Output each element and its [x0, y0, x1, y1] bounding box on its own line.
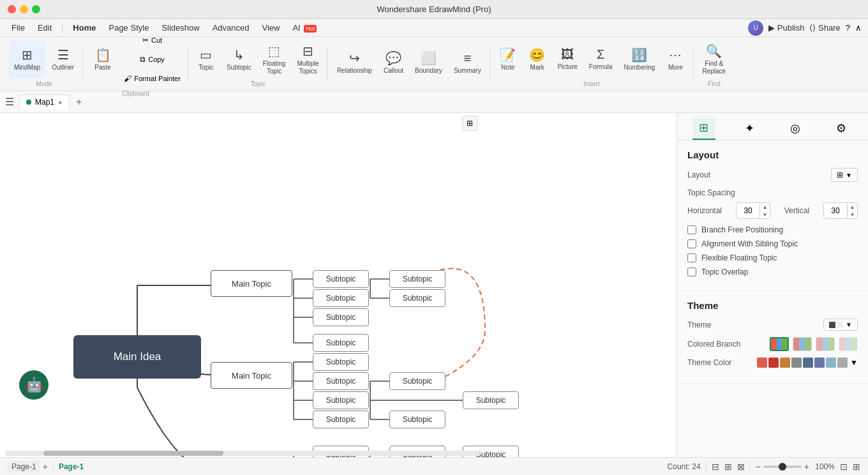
- theme-selector[interactable]: ▼: [823, 319, 858, 331]
- maximize-button[interactable]: [32, 5, 40, 13]
- expand-panel-button[interactable]: ⊞: [462, 116, 477, 131]
- vertical-increment[interactable]: ▲: [847, 203, 857, 211]
- find-replace-button[interactable]: 🔍 Find &Replace: [697, 41, 731, 78]
- zoom-plus-button[interactable]: +: [804, 462, 809, 472]
- window-controls[interactable]: [8, 5, 40, 13]
- vertical-spinbox[interactable]: ▲ ▼: [823, 202, 858, 219]
- active-page-label[interactable]: Page-1: [59, 462, 84, 471]
- theme-color-4[interactable]: [791, 358, 802, 368]
- theme-color-1[interactable]: [757, 358, 767, 368]
- view-toggle-3[interactable]: ⊠: [737, 462, 745, 472]
- overlap-checkbox[interactable]: [687, 268, 696, 276]
- theme-color-8[interactable]: [837, 358, 848, 368]
- b2-sub1[interactable]: Subtopic: [313, 353, 369, 371]
- cb-option-3[interactable]: [816, 337, 835, 351]
- menu-edit[interactable]: Edit: [33, 22, 57, 34]
- vertical-input[interactable]: [824, 205, 847, 216]
- b1-sub1-1[interactable]: Subtopic: [389, 270, 445, 288]
- main-topic-2[interactable]: Main Topic: [211, 362, 292, 389]
- summary-button[interactable]: ≡ Summary: [449, 44, 486, 81]
- canvas-scrollbar-thumb[interactable]: [43, 451, 224, 456]
- help-button[interactable]: ?: [846, 23, 850, 33]
- theme-color-6[interactable]: [814, 358, 825, 368]
- page-add-button[interactable]: +: [43, 462, 48, 472]
- flexible-checkbox[interactable]: [687, 253, 696, 262]
- fullscreen-button[interactable]: ⊞: [853, 462, 860, 472]
- formula-button[interactable]: Σ Formula: [584, 41, 618, 78]
- more-button[interactable]: ⋯ More: [661, 41, 689, 78]
- b2-sub3[interactable]: Subtopic: [313, 391, 369, 409]
- canvas[interactable]: Main Idea Main Topic Subtopic Subtopic S…: [0, 113, 677, 457]
- cb-option-2[interactable]: [793, 337, 812, 351]
- horizontal-input[interactable]: [737, 205, 760, 216]
- layout-selector[interactable]: ⊞ ▼: [831, 168, 858, 182]
- horizontal-spinbox[interactable]: ▲ ▼: [736, 202, 770, 219]
- mindmap-area[interactable]: Main Idea Main Topic Subtopic Subtopic S…: [0, 145, 677, 457]
- tab-add-button[interactable]: +: [72, 95, 86, 109]
- publish-button[interactable]: ▶ Publish: [768, 23, 804, 33]
- b2-sub2-1[interactable]: Subtopic: [389, 372, 445, 390]
- branch-free-checkbox[interactable]: [687, 225, 696, 234]
- main-idea-node[interactable]: Main Idea: [73, 335, 201, 379]
- fit-button[interactable]: ⊡: [840, 462, 848, 472]
- menu-view[interactable]: View: [257, 22, 285, 34]
- page-label-left[interactable]: Page-1: [8, 461, 40, 472]
- theme-color-2[interactable]: [768, 358, 779, 368]
- theme-color-5[interactable]: [803, 358, 813, 368]
- b2-sub4[interactable]: Subtopic: [313, 411, 369, 428]
- panel-tab-ai[interactable]: ✦: [738, 117, 761, 140]
- b1-sub4[interactable]: Subtopic: [313, 334, 369, 352]
- horizontal-decrement[interactable]: ▼: [760, 211, 770, 218]
- b1-sub1[interactable]: Subtopic: [313, 270, 369, 288]
- note-button[interactable]: 📝 Note: [494, 41, 522, 78]
- view-toggle-2[interactable]: ⊞: [724, 462, 732, 472]
- format-painter-button[interactable]: 🖌 Format Painter: [120, 70, 184, 87]
- zoom-slider[interactable]: [763, 465, 802, 468]
- menu-advanced[interactable]: Advanced: [207, 22, 255, 34]
- cb-option-4[interactable]: [839, 337, 858, 351]
- canvas-inner[interactable]: Main Idea Main Topic Subtopic Subtopic S…: [0, 113, 677, 457]
- minimize-button[interactable]: [20, 5, 28, 13]
- theme-color-3[interactable]: [780, 358, 790, 368]
- ai-robot-button[interactable]: 🤖: [19, 370, 49, 400]
- main-topic-1[interactable]: Main Topic: [211, 270, 292, 297]
- b1-sub3[interactable]: Subtopic: [313, 308, 369, 326]
- canvas-scrollbar[interactable]: [5, 451, 480, 456]
- b1-sub2[interactable]: Subtopic: [313, 289, 369, 307]
- theme-color-chevron[interactable]: ▼: [850, 358, 858, 367]
- numbering-button[interactable]: 🔢 Numbering: [618, 41, 660, 78]
- tab-map1[interactable]: Map1 ●: [19, 94, 70, 110]
- close-button[interactable]: [8, 5, 16, 13]
- mark-button[interactable]: 😊 Mark: [523, 41, 551, 78]
- theme-color-7[interactable]: [826, 358, 836, 368]
- callout-button[interactable]: 💬 Callout: [378, 44, 408, 81]
- floating-topic-button[interactable]: ⬚ FloatingTopic: [258, 41, 291, 78]
- alignment-checkbox[interactable]: [687, 239, 696, 248]
- panel-tab-settings[interactable]: ⚙: [830, 117, 853, 140]
- tab-close[interactable]: ●: [58, 98, 63, 106]
- copy-button[interactable]: ⧉ Copy: [120, 50, 184, 68]
- b2-sub2[interactable]: Subtopic: [313, 372, 369, 390]
- share-button[interactable]: ⟨⟩ Share: [809, 23, 840, 33]
- panel-tab-layout[interactable]: ⊞: [692, 117, 715, 140]
- vertical-decrement[interactable]: ▼: [847, 211, 857, 218]
- b2-sub2-2-1[interactable]: Subtopic: [463, 391, 519, 409]
- picture-button[interactable]: 🖼 Picture: [553, 41, 583, 78]
- zoom-minus-button[interactable]: −: [756, 462, 761, 472]
- sidebar-toggle[interactable]: ☰: [5, 96, 14, 108]
- subtopic-button[interactable]: ↳ Subtopic: [221, 41, 257, 78]
- mindmap-button[interactable]: ⊞ MindMap: [9, 41, 45, 78]
- topic-button[interactable]: ▭ Topic: [192, 41, 220, 78]
- relationship-button[interactable]: ↪ Relationship: [332, 44, 377, 81]
- view-toggle-1[interactable]: ⊟: [712, 462, 719, 472]
- multiple-topics-button[interactable]: ⊟ MultipleTopics: [292, 41, 324, 78]
- b1-sub1-2[interactable]: Subtopic: [389, 289, 445, 307]
- panel-tab-location[interactable]: ◎: [784, 117, 807, 140]
- menu-file[interactable]: File: [6, 22, 30, 34]
- menu-ai[interactable]: AI Hot: [287, 22, 322, 34]
- outliner-button[interactable]: ☰ Outliner: [47, 41, 79, 78]
- cut-button[interactable]: ✂ Cut: [120, 31, 184, 49]
- horizontal-increment[interactable]: ▲: [760, 203, 770, 211]
- cb-option-1[interactable]: [770, 337, 789, 351]
- paste-button[interactable]: 📋 Paste: [87, 41, 119, 78]
